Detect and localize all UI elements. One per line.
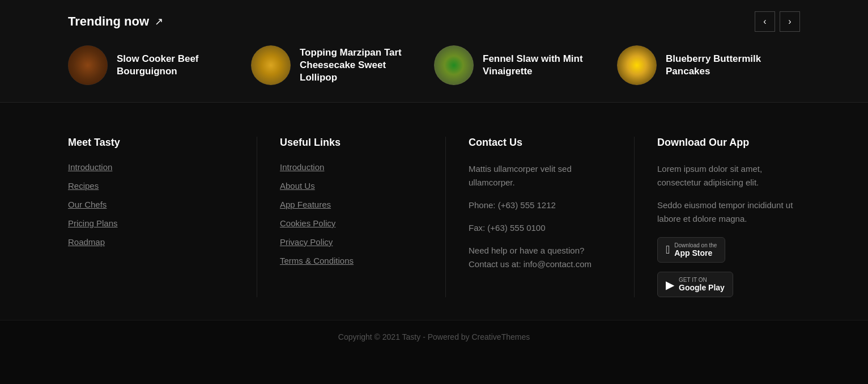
trending-item-image — [434, 45, 474, 85]
useful-link-terms-conditions[interactable]: Terms & Conditions — [280, 256, 423, 265]
useful-link-privacy-policy[interactable]: Privacy Policy — [280, 237, 423, 247]
copyright-text: Copyright © 2021 Tasty - Powered by Crea… — [338, 332, 530, 341]
useful-link-about-us[interactable]: About Us — [280, 181, 423, 191]
trending-title: Trending now — [68, 14, 149, 29]
meet-tasty-title: Meet Tasty — [68, 137, 234, 149]
trending-items: Slow Cooker Beef Bourguignon Topping Mar… — [68, 45, 800, 85]
trending-item-name: Topping Marzipan Tart Cheesecake Sweet L… — [300, 47, 417, 84]
footer-download-app: Download Our App Lorem ipsum dolor sit a… — [634, 137, 800, 297]
trending-item[interactable]: Topping Marzipan Tart Cheesecake Sweet L… — [251, 45, 434, 85]
google-play-badge[interactable]: ▶ GET IT ON Google Play — [657, 272, 733, 297]
trending-section: Trending now ↗ ‹ › Slow Cooker Beef Bour… — [0, 0, 868, 102]
trending-item-name: Blueberry Buttermilk Pancakes — [666, 53, 783, 78]
trending-next-button[interactable]: › — [780, 11, 800, 32]
trending-item-image — [617, 45, 657, 85]
trending-item-image — [68, 45, 108, 85]
meet-tasty-link-pricing[interactable]: Pricing Plans — [68, 218, 234, 228]
contact-fax: Fax: (+63) 555 0100 — [469, 221, 611, 235]
meet-tasty-link-our-chefs[interactable]: Our Chefs — [68, 200, 234, 209]
footer-useful-links: Useful Links Introduction About Us App F… — [257, 137, 423, 297]
google-play-name: Google Play — [679, 283, 725, 292]
useful-link-app-features[interactable]: App Features — [280, 200, 423, 209]
contact-phone: Phone: (+63) 555 1212 — [469, 199, 611, 212]
meet-tasty-link-recipes[interactable]: Recipes — [68, 181, 234, 191]
google-play-label: GET IT ON — [679, 277, 725, 283]
useful-link-introduction[interactable]: Introduction — [280, 162, 423, 172]
apple-icon:  — [666, 243, 670, 256]
trending-item-image — [251, 45, 291, 85]
contact-description: Mattis ullamcorper velit sed ullamcorper… — [469, 162, 611, 189]
trending-title-wrap: Trending now ↗ — [68, 14, 163, 29]
footer-meet-tasty: Meet Tasty Introduction Recipes Our Chef… — [68, 137, 234, 297]
useful-links-title: Useful Links — [280, 137, 423, 149]
meet-tasty-link-introduction[interactable]: Introduction — [68, 162, 234, 172]
trending-item[interactable]: Blueberry Buttermilk Pancakes — [617, 45, 800, 85]
contact-help-text: Need help or have a question? Contact us… — [469, 244, 611, 271]
download-desc-2: Seddo eiusmod tempor incididunt ut labor… — [657, 199, 800, 226]
footer: Meet Tasty Introduction Recipes Our Chef… — [0, 102, 868, 320]
app-store-label: Download on the — [674, 242, 717, 248]
footer-contact-us: Contact Us Mattis ullamcorper velit sed … — [445, 137, 611, 297]
contact-us-title: Contact Us — [469, 137, 611, 149]
trending-prev-button[interactable]: ‹ — [755, 11, 775, 32]
trending-header: Trending now ↗ ‹ › — [68, 11, 800, 32]
trending-nav: ‹ › — [755, 11, 800, 32]
download-app-title: Download Our App — [657, 137, 800, 149]
app-store-name: App Store — [674, 248, 717, 258]
app-badges:  Download on the App Store ▶ GET IT ON … — [657, 237, 800, 297]
download-desc-1: Lorem ipsum dolor sit amet, consectetur … — [657, 162, 800, 189]
bottom-bar: Copyright © 2021 Tasty - Powered by Crea… — [0, 320, 868, 353]
trending-item-name: Fennel Slaw with Mint Vinaigrette — [483, 53, 600, 78]
app-store-badge[interactable]:  Download on the App Store — [657, 237, 725, 263]
trending-item[interactable]: Fennel Slaw with Mint Vinaigrette — [434, 45, 617, 85]
trending-up-icon: ↗ — [155, 15, 163, 28]
meet-tasty-link-roadmap[interactable]: Roadmap — [68, 237, 234, 247]
google-play-icon: ▶ — [666, 278, 674, 292]
trending-item[interactable]: Slow Cooker Beef Bourguignon — [68, 45, 251, 85]
trending-item-name: Slow Cooker Beef Bourguignon — [117, 53, 234, 78]
useful-link-cookies-policy[interactable]: Cookies Policy — [280, 218, 423, 228]
